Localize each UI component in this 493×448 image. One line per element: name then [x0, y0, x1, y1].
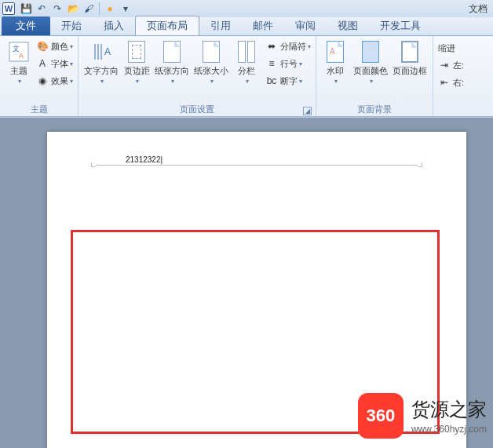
colors-icon: 🎨: [36, 40, 49, 53]
hyphenation-icon: bc: [265, 75, 278, 87]
effects-icon: ◉: [36, 75, 49, 87]
tab-page-layout[interactable]: 页面布局: [135, 16, 199, 35]
chevron-down-icon: ▾: [70, 43, 73, 50]
size-icon: [199, 39, 224, 64]
page-setup-launcher[interactable]: ◢: [303, 107, 312, 115]
group-indent: 缩进 ⇥左: ⇤右:: [433, 36, 469, 116]
text-direction-button[interactable]: A 文字方向▾: [82, 38, 121, 88]
title-text: 文档: [469, 2, 491, 16]
page-color-icon: [358, 39, 383, 64]
qat-separator: [99, 2, 100, 15]
themes-button[interactable]: 文A 主题▾: [3, 38, 35, 88]
indent-left[interactable]: ⇥左:: [436, 56, 466, 74]
qat-save[interactable]: 💾: [19, 2, 33, 16]
group-page-background: A 水印▾ 页面颜色▾ 页面边框 页面背景: [316, 36, 433, 116]
site-watermark: 360 货源之家 www.360hyzj.com: [358, 393, 487, 439]
text-direction-icon: A: [89, 39, 114, 64]
qat-more[interactable]: ▾: [119, 2, 133, 16]
line-numbers-icon: ≡: [265, 57, 278, 70]
size-button[interactable]: 纸张大小▾: [192, 38, 231, 88]
qat-redo[interactable]: ↷: [50, 2, 64, 16]
columns-icon: [234, 39, 259, 64]
breaks-icon: ⬌: [265, 40, 278, 53]
app-icon: W: [2, 2, 15, 15]
chevron-down-icon: ▾: [18, 76, 21, 86]
themes-label: 主题: [10, 66, 27, 76]
chevron-down-icon: ▾: [246, 76, 249, 86]
margins-button[interactable]: 页边距▾: [121, 38, 152, 88]
watermark-url: www.360hyzj.com: [411, 424, 487, 435]
chevron-down-icon: ▾: [334, 76, 338, 86]
tab-developer[interactable]: 开发工具: [369, 16, 432, 35]
orientation-icon: [159, 39, 184, 64]
group-indent-label: [436, 114, 466, 116]
hyphenation-button[interactable]: bc断字▾: [264, 72, 312, 89]
qat-open[interactable]: 📂: [66, 2, 80, 16]
tab-view[interactable]: 视图: [327, 16, 369, 35]
page-color-button[interactable]: 页面颜色▾: [351, 38, 390, 88]
line-numbers-button[interactable]: ≡行号▾: [264, 55, 312, 72]
svg-text:A: A: [104, 46, 111, 57]
chevron-down-icon: ▾: [100, 76, 104, 86]
tab-insert[interactable]: 插入: [93, 16, 135, 35]
qat-brush[interactable]: 🖌: [82, 2, 96, 16]
group-theme: 文A 主题▾ 🎨颜色▾ A字体▾ ◉效果▾ 主题: [0, 36, 79, 116]
qat-undo[interactable]: ↶: [35, 2, 49, 16]
group-page-setup: A 文字方向▾ 页边距▾ 纸张方向▾ 纸张大小▾ 分栏▾ ⬌分隔符▾ ≡行号: [79, 36, 316, 116]
tab-mailings[interactable]: 邮件: [242, 16, 284, 35]
tab-home[interactable]: 开始: [50, 16, 93, 35]
chevron-down-icon: ▾: [70, 60, 73, 67]
watermark-button[interactable]: A 水印▾: [320, 38, 351, 88]
chevron-down-icon: ▾: [299, 78, 302, 85]
theme-colors[interactable]: 🎨颜色▾: [35, 38, 75, 55]
watermark-title: 货源之家: [411, 397, 487, 422]
watermark-icon: A: [323, 39, 348, 64]
orientation-button[interactable]: 纸张方向▾: [152, 38, 192, 88]
tab-file[interactable]: 文件: [2, 16, 50, 35]
indent-label: 缩进: [436, 39, 466, 56]
group-page-bg-label: 页面背景: [320, 102, 429, 116]
chevron-down-icon: ▾: [308, 43, 311, 50]
chevron-down-icon: ▾: [370, 76, 373, 86]
header-separator: [96, 165, 418, 171]
indent-right[interactable]: ⇤右:: [436, 74, 466, 91]
chevron-down-icon: ▾: [136, 76, 139, 86]
chevron-down-icon: ▾: [210, 76, 214, 86]
header-text[interactable]: 21312322|: [126, 155, 163, 164]
ribbon: 文A 主题▾ 🎨颜色▾ A字体▾ ◉效果▾ 主题 A 文字方向▾ 页边距▾ 纸张: [0, 36, 493, 117]
group-page-setup-label: 页面设置◢: [82, 102, 312, 116]
breaks-button[interactable]: ⬌分隔符▾: [264, 38, 312, 55]
svg-text:A: A: [19, 52, 24, 60]
watermark-badge: 360: [358, 393, 404, 439]
chevron-down-icon: ▾: [70, 78, 73, 85]
title-bar: W 💾 ↶ ↷ 📂 🖌 ● ▾ 文档: [0, 0, 493, 17]
theme-fonts[interactable]: A字体▾: [35, 55, 75, 72]
indent-left-icon: ⇥: [438, 59, 451, 71]
margins-icon: [124, 39, 149, 64]
columns-button[interactable]: 分栏▾: [231, 38, 262, 88]
indent-right-icon: ⇤: [438, 76, 451, 89]
ribbon-tabs: 文件 开始 插入 页面布局 引用 邮件 审阅 视图 开发工具: [0, 17, 493, 36]
fonts-icon: A: [36, 57, 49, 70]
page-borders-icon: [397, 39, 422, 64]
tab-references[interactable]: 引用: [199, 16, 242, 35]
tab-review[interactable]: 审阅: [284, 16, 327, 35]
qat-new[interactable]: ●: [103, 2, 117, 16]
page-borders-button[interactable]: 页面边框: [390, 38, 429, 78]
themes-icon: 文A: [6, 39, 31, 64]
theme-effects[interactable]: ◉效果▾: [35, 72, 75, 89]
chevron-down-icon: ▾: [171, 76, 174, 86]
chevron-down-icon: ▾: [299, 60, 302, 67]
group-theme-label: 主题: [3, 102, 75, 116]
